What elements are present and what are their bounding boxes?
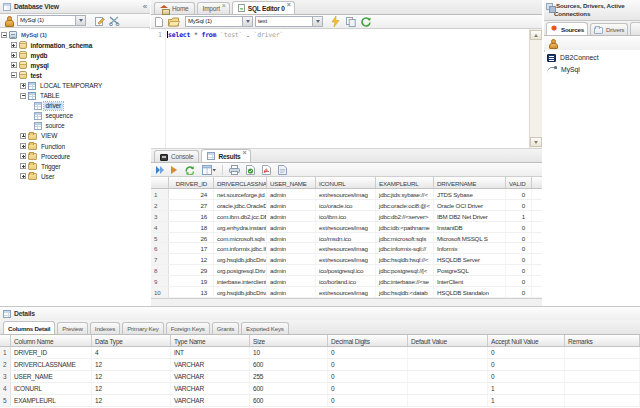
tab-sources[interactable]: Sources	[546, 22, 588, 35]
tree-item-mydb[interactable]: mydb	[0, 50, 150, 60]
expand-icon[interactable]	[20, 163, 26, 169]
manage-connections-button[interactable]	[108, 15, 120, 27]
tab-foreign-keys[interactable]: Foreign Keys	[166, 322, 210, 334]
tree-item-user[interactable]: User	[0, 171, 150, 181]
tab-exported-keys[interactable]: Exported Keys	[241, 322, 289, 334]
table-row[interactable]: 526com.microsoft.sqlsadminico/msdn.icojd…	[151, 233, 542, 244]
column-header-decimal-digits[interactable]: Decimal Digits	[328, 335, 408, 346]
source-item-mysql[interactable]: MySql	[544, 64, 640, 76]
table-row[interactable]: 227oracle.jdbc.OracleDadminico/oracle.ic…	[151, 200, 542, 211]
source-item-db2connect[interactable]: DB2Connect	[544, 52, 640, 64]
tree-item-procedure[interactable]: Procedure	[0, 151, 150, 161]
chevron-down-icon[interactable]	[312, 17, 322, 26]
scroll-down-icon[interactable]	[530, 137, 542, 147]
tab-close-icon[interactable]	[222, 3, 228, 9]
tree-item-mysql[interactable]: mysql	[0, 60, 150, 70]
expand-icon[interactable]	[20, 83, 26, 89]
export-pdf-button[interactable]	[260, 164, 273, 176]
tab-indexes[interactable]: Indexes	[90, 322, 120, 334]
column-header-remarks[interactable]: Remarks	[565, 335, 640, 346]
copy-button[interactable]	[344, 15, 357, 28]
tree-item-driver[interactable]: driver	[0, 101, 150, 111]
column-header-drivername[interactable]: DRIVERNAME	[434, 177, 506, 188]
column-header-accept-null-value[interactable]: Accept Null Value	[488, 335, 565, 346]
tree-item-table[interactable]: TABLE	[0, 91, 150, 101]
tab-preview[interactable]: Preview	[57, 322, 88, 334]
tree-item-view[interactable]: VIEW	[0, 131, 150, 141]
open-file-button[interactable]	[167, 15, 181, 28]
expand-icon[interactable]	[20, 153, 26, 159]
edit-connection-button[interactable]	[94, 15, 106, 27]
column-header-valid[interactable]: VALID	[506, 177, 532, 188]
column-header-size[interactable]: Size	[250, 335, 328, 346]
collapse-icon[interactable]	[1, 32, 7, 38]
tab-primary-key[interactable]: Primary Key	[122, 322, 164, 334]
table-row[interactable]: 316com.ibm.db2.jcc.DBadminico/ibm.icojdb…	[151, 211, 542, 222]
expand-icon[interactable]	[11, 62, 17, 68]
column-header-user-name[interactable]: USER_NAME	[267, 177, 316, 188]
table-row[interactable]: 418org.enhydra.instantadminext/resources…	[151, 222, 542, 233]
export-xls-button[interactable]	[244, 164, 257, 176]
column-header-iconurl[interactable]: ICONURL	[316, 177, 376, 188]
tab-grants[interactable]: Grants	[212, 322, 239, 334]
tab-close-icon[interactable]	[287, 2, 293, 8]
connection-select[interactable]: MySql (1)	[17, 15, 86, 26]
sql-editor[interactable]: 1 select * from `test` . `driver`	[151, 29, 542, 148]
editor-scrollbar[interactable]	[529, 29, 542, 148]
expand-icon[interactable]	[20, 173, 26, 179]
table-row[interactable]: 5EXAMPLEURL12VARCHAR60001	[0, 395, 640, 407]
collapse-panel-icon[interactable]: «	[143, 3, 147, 11]
execute-query-button[interactable]	[329, 15, 342, 28]
tree-item-mysql-1[interactable]: MySql (1)	[0, 30, 150, 40]
grid-options-button[interactable]	[200, 164, 217, 176]
refresh-results-button[interactable]	[183, 164, 196, 176]
tree-item-local-temporary[interactable]: LOCAL TEMPORARY	[0, 80, 150, 90]
tab-columns-detail[interactable]: Columns Detail	[3, 321, 55, 334]
table-row[interactable]: 829org.postgresql.Drivadminico/postgresq…	[151, 265, 542, 276]
tab-close-icon[interactable]	[243, 150, 249, 156]
expand-icon[interactable]	[20, 133, 26, 139]
tab-results[interactable]: Results	[201, 149, 250, 162]
table-row[interactable]: 4ICONURL12VARCHAR60001	[0, 383, 640, 395]
new-file-button[interactable]	[153, 16, 165, 28]
first-page-button[interactable]	[153, 164, 165, 176]
column-header-exampleurl[interactable]: EXAMPLEURL	[376, 177, 434, 188]
results-hscrollbar[interactable]	[151, 298, 542, 306]
connect-button[interactable]	[2, 14, 15, 27]
scroll-up-icon[interactable]	[530, 30, 542, 40]
table-row[interactable]: 3USER_NAME12VARCHAR25500	[0, 371, 640, 383]
column-header-driverclassname[interactable]: DRIVERCLASSNAME	[214, 177, 267, 188]
chevron-down-icon[interactable]	[242, 17, 252, 26]
tab-import[interactable]: Import	[197, 2, 230, 14]
tree-item-test[interactable]: test	[0, 70, 150, 80]
tree-item-function[interactable]: Function	[0, 141, 150, 151]
column-header-driver-id[interactable]: DRIVER_ID	[169, 177, 214, 188]
column-header-type-name[interactable]: Type Name	[171, 335, 250, 346]
table-row[interactable]: 1013org.hsqldb.jdbcDrivadminext/resource…	[151, 287, 542, 298]
collapse-icon[interactable]	[20, 93, 26, 99]
column-header-data-type[interactable]: Data Type	[92, 335, 171, 346]
table-row[interactable]: 712org.hsqldb.jdbcDrivadminext/resources…	[151, 254, 542, 265]
export-file-button[interactable]	[276, 164, 289, 176]
table-row[interactable]: 124net.sourceforge.jtdadminext/resources…	[151, 189, 542, 200]
column-header-default-value[interactable]: Default Value	[408, 335, 488, 346]
tree-item-information-schema[interactable]: information_schema	[0, 40, 150, 50]
add-source-button[interactable]	[546, 37, 559, 50]
expand-icon[interactable]	[11, 52, 17, 58]
table-row[interactable]: 919interbase.interclientadminico/borland…	[151, 276, 542, 287]
editor-connection-select[interactable]: MySql (1)	[185, 16, 253, 27]
expand-icon[interactable]	[11, 42, 17, 48]
tree-item-sequence[interactable]: sequence	[0, 111, 150, 121]
tab-home[interactable]: Home	[154, 2, 195, 14]
print-button[interactable]	[228, 164, 241, 176]
table-row[interactable]: 1DRIVER_ID4INT1000	[0, 347, 640, 359]
tab-drivers[interactable]: Drivers	[590, 23, 628, 35]
table-row[interactable]: 2DRIVERCLASSNAME12VARCHAR60000	[0, 359, 640, 371]
expand-icon[interactable]	[20, 143, 26, 149]
chevron-down-icon[interactable]	[75, 16, 85, 25]
next-page-button[interactable]	[168, 164, 180, 176]
tree-item-source[interactable]: source	[0, 121, 150, 131]
table-row[interactable]: 617com.informix.jdbc.Ifadminext/resource…	[151, 243, 542, 254]
tab-console[interactable]: Console	[154, 150, 199, 162]
tab-sql-editor-0[interactable]: SQL Editor 0	[232, 1, 295, 14]
